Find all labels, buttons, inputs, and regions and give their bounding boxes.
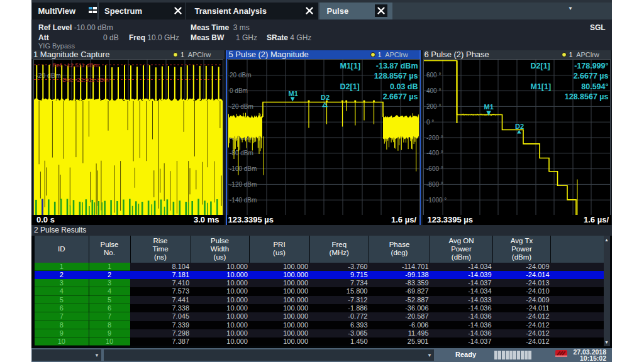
svg-text:-140 dBm: -140 dBm <box>230 196 257 203</box>
svg-text:0 dBm: 0 dBm <box>230 87 248 94</box>
svg-text:-600 °: -600 ° <box>426 165 443 172</box>
svg-text:400 °: 400 ° <box>426 87 441 94</box>
svg-text:-800 °: -800 ° <box>426 180 443 187</box>
svg-text:-20 dBm: -20 dBm <box>36 72 61 79</box>
svg-text:-120 dBm: -120 dBm <box>230 180 257 187</box>
svg-text:D2: D2 <box>321 93 330 101</box>
svg-text:M1: M1 <box>484 102 494 110</box>
svg-text:-400 °: -400 ° <box>426 150 443 156</box>
svg-text:M1: M1 <box>288 89 297 97</box>
svg-text:-20 dBm: -20 dBm <box>230 102 253 109</box>
svg-text:-1000 °: -1000 ° <box>426 196 447 203</box>
svg-text:D2: D2 <box>515 122 524 129</box>
svg-text:600 °: 600 ° <box>426 72 441 79</box>
svg-text:-100 dBm: -100 dBm <box>230 165 257 172</box>
svg-text:Det. -22.511 dBm: Det. -22.511 dBm <box>62 76 109 83</box>
svg-text:0 °: 0 ° <box>426 118 434 125</box>
svg-text:-80 dBm: -80 dBm <box>230 150 253 156</box>
svg-text:200 °: 200 ° <box>426 102 441 109</box>
svg-text:Ref. -12.511 dBm: Ref. -12.511 dBm <box>52 61 99 68</box>
svg-text:20 dBm: 20 dBm <box>230 72 251 79</box>
svg-text:-200 °: -200 ° <box>426 134 443 141</box>
